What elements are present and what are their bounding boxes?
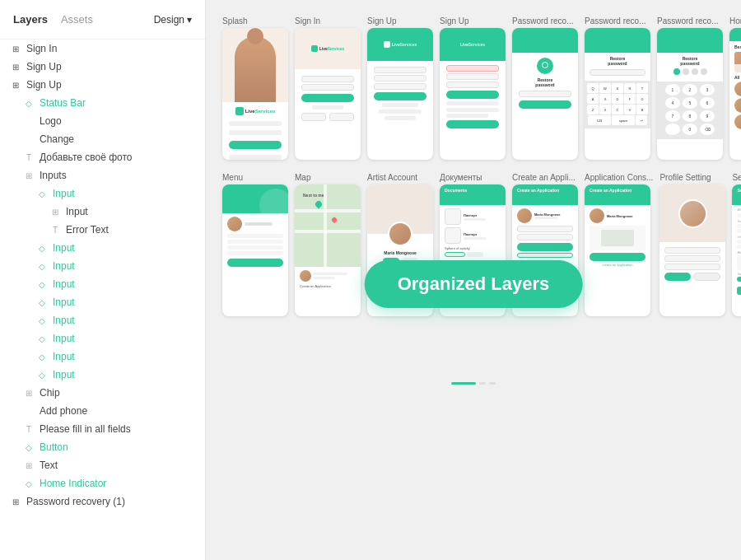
screen-password-reco-1: Password reco... Restorepassword <box>512 16 578 160</box>
grid-icon: ⊞ <box>49 206 61 217</box>
layer-label: Input <box>53 296 75 308</box>
screen-home: Home Best Offers <box>729 16 741 160</box>
screen-sign-in: Sign In LiveServices <box>295 16 361 160</box>
layer-label: Button <box>40 441 68 453</box>
layer-item-input-3[interactable]: ◇Input <box>0 257 205 275</box>
layer-item-logo[interactable]: Logo <box>0 112 205 130</box>
layer-item-input-5[interactable]: ◇Input <box>0 293 205 311</box>
diamond-icon: ◇ <box>23 97 35 109</box>
layer-item-text[interactable]: ⊞Text <box>0 456 205 474</box>
layer-item-sign-in-1[interactable]: ⊞Sign In <box>0 40 205 58</box>
layer-list: ⊞Sign In⊞Sign Up⊞Sign Up◇Status BarLogoC… <box>0 40 205 511</box>
layer-label: Password recovery (1) <box>26 496 125 507</box>
layer-item-chip[interactable]: ⊞Chip <box>0 384 205 402</box>
text-icon: T <box>49 224 61 236</box>
layer-item-input-1[interactable]: ◇Input <box>0 184 205 203</box>
chevron-down-icon: ▾ <box>187 14 192 26</box>
layer-label: Sign Up <box>26 79 62 91</box>
layer-label: Change <box>40 133 74 145</box>
screen-map: Map Next to me <box>295 173 361 316</box>
canvas-area: Splash LiveServices <box>206 0 741 560</box>
layer-item-error-text[interactable]: TError Text <box>0 221 205 239</box>
screen-sign-up-1: Sign Up LiveServices <box>367 16 433 160</box>
layer-item-input-9[interactable]: ◇Input <box>0 366 205 384</box>
grid-icon: ⊞ <box>23 460 35 471</box>
layer-label: Sign Up <box>26 61 62 72</box>
organized-layers-badge: Organized Layers <box>365 260 583 308</box>
screen-row-1: Splash LiveServices <box>222 16 725 160</box>
layer-item-input-6[interactable]: ◇Input <box>0 311 205 329</box>
layer-label: Input <box>53 242 75 254</box>
layer-item-sign-up-2[interactable]: ⊞Sign Up <box>0 76 205 94</box>
text-icon: T <box>23 152 35 163</box>
layer-item-inputs[interactable]: ⊞Inputs <box>0 166 205 184</box>
frame-icon: ⊞ <box>10 496 21 507</box>
layer-item-input-4[interactable]: ◇Input <box>0 275 205 293</box>
frame-icon: ⊞ <box>10 61 21 72</box>
spacer-icon <box>23 115 35 127</box>
layer-label: Input <box>53 278 75 290</box>
layer-item-input-8[interactable]: ◇Input <box>0 348 205 366</box>
layer-item-sign-up-1[interactable]: ⊞Sign Up <box>0 58 205 76</box>
sidebar-header: Layers Assets Design ▾ <box>0 0 205 40</box>
tab-layers[interactable]: Layers <box>13 8 48 30</box>
diamond-icon: ◇ <box>36 369 48 380</box>
layer-item-home-indicator[interactable]: ◇Home Indicator <box>0 474 205 492</box>
layer-label: Add phone <box>40 405 87 417</box>
screen-splash: Splash LiveServices <box>222 16 288 160</box>
layer-item-add-photo[interactable]: TДобавьте своё фото <box>0 148 205 166</box>
tab-assets[interactable]: Assets <box>61 8 93 30</box>
sidebar: Layers Assets Design ▾ ⊞Sign In⊞Sign Up⊞… <box>0 0 206 560</box>
diamond-icon: ◇ <box>36 351 48 362</box>
layer-label: Добавьте своё фото <box>40 152 133 163</box>
layer-item-add-phone[interactable]: Add phone <box>0 402 205 420</box>
screen-menu: Menu <box>222 173 288 316</box>
screen-password-reco-3: Password reco... Restorepassword <box>657 16 723 160</box>
layer-label: Text <box>40 460 58 471</box>
progress-dot-active <box>451 382 476 385</box>
layer-label: Input <box>53 260 75 272</box>
layer-label: Input <box>53 315 75 326</box>
diamond-icon: ◇ <box>36 278 48 290</box>
layer-item-password-recovery[interactable]: ⊞Password recovery (1) <box>0 492 205 511</box>
layer-label: Input <box>53 351 75 362</box>
layer-item-button[interactable]: ◇Button <box>0 438 205 456</box>
layer-item-change[interactable]: Change <box>0 130 205 148</box>
layer-item-fill-fields[interactable]: TPlease fill in all fields <box>0 420 205 438</box>
layer-label: Sign In <box>26 43 57 54</box>
screen-password-reco-2: Password reco... Restorepassword QWERT A… <box>585 16 650 160</box>
screen-sign-up-2: Sign Up LiveServices <box>440 16 506 160</box>
grid-icon: ⊞ <box>23 387 35 399</box>
layer-label: Input <box>66 206 88 217</box>
layer-label: Input <box>53 333 75 344</box>
diamond-icon: ◇ <box>36 188 48 199</box>
diamond-icon: ◇ <box>36 260 48 272</box>
layer-label: Chip <box>40 387 60 399</box>
screen-profile-setting: Profile Setting <box>659 173 725 316</box>
screen-app-consultation: Application Cons... Create an Applicatio… <box>585 173 653 316</box>
spacer-icon <box>23 133 35 145</box>
diamond-icon: ◇ <box>23 478 35 489</box>
layer-label: Input <box>53 188 75 199</box>
diamond-icon: ◇ <box>36 296 48 308</box>
progress-dot-2 <box>489 382 496 385</box>
layer-label: Status Bar <box>40 97 86 109</box>
layer-item-status-bar[interactable]: ◇Status Bar <box>0 94 205 112</box>
layer-label: Please fill in all fields <box>40 423 131 435</box>
grid-icon: ⊞ <box>23 170 35 181</box>
diamond-icon: ◇ <box>36 242 48 254</box>
screen-settings: Settings Settings All Posts Support Info… <box>732 173 741 316</box>
layer-label: Inputs <box>40 170 67 181</box>
frame-icon: ⊞ <box>10 79 21 91</box>
layer-item-input-2[interactable]: ◇Input <box>0 239 205 257</box>
spacer-icon <box>23 405 35 417</box>
diamond-icon: ◇ <box>36 315 48 326</box>
layer-item-input-7[interactable]: ◇Input <box>0 329 205 348</box>
design-button[interactable]: Design ▾ <box>154 14 192 26</box>
layer-label: Input <box>53 369 75 380</box>
layer-item-input-inner[interactable]: ⊞Input <box>0 203 205 221</box>
layer-label: Logo <box>40 115 62 127</box>
diamond-icon: ◇ <box>36 333 48 344</box>
frame-icon: ⊞ <box>10 43 21 54</box>
main-canvas[interactable]: Splash LiveServices <box>206 0 741 560</box>
